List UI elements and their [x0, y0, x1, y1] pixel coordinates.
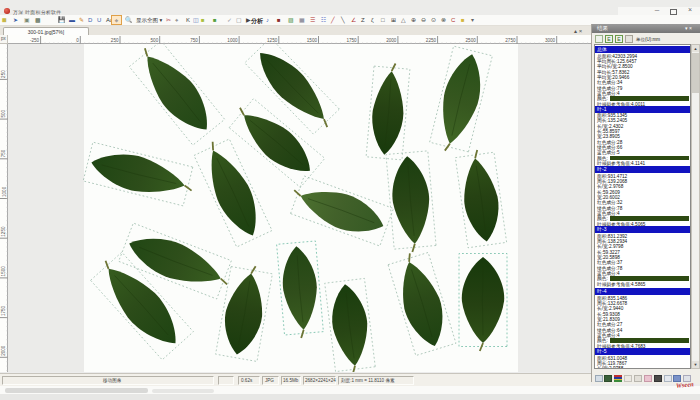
svg-text:2000: 2000	[2, 345, 7, 356]
svg-text:2000: 2000	[386, 38, 397, 43]
svg-text:1000: 1000	[2, 186, 7, 197]
svg-text:2750: 2750	[505, 38, 516, 43]
svg-text:1250: 1250	[267, 38, 278, 43]
svg-text:250: 250	[2, 70, 7, 78]
svg-text:2500: 2500	[466, 38, 477, 43]
svg-text:1750: 1750	[346, 38, 357, 43]
svg-text:1250: 1250	[2, 226, 7, 237]
svg-text:1000: 1000	[227, 38, 238, 43]
svg-text:1500: 1500	[307, 38, 318, 43]
svg-text:3000: 3000	[545, 38, 556, 43]
svg-text:1750: 1750	[2, 305, 7, 316]
svg-text:2250: 2250	[426, 38, 437, 43]
svg-text:750: 750	[2, 149, 7, 157]
svg-text:500: 500	[151, 38, 159, 43]
svg-text:750: 750	[190, 38, 198, 43]
svg-text:250: 250	[111, 38, 119, 43]
svg-text:-250: -250	[30, 38, 40, 43]
svg-text:1500: 1500	[2, 266, 7, 277]
svg-text:500: 500	[2, 109, 7, 117]
svg-text:0: 0	[76, 38, 79, 43]
